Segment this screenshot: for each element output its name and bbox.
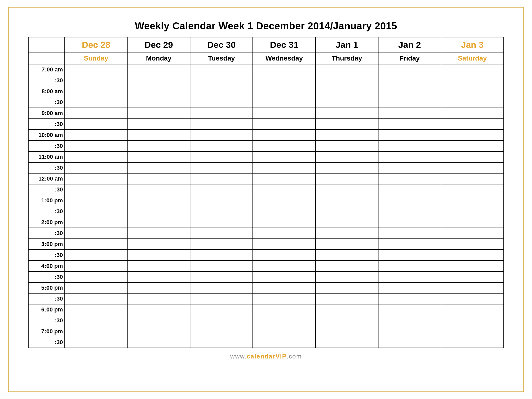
calendar-cell[interactable] <box>190 304 253 315</box>
calendar-cell[interactable] <box>253 151 315 162</box>
calendar-cell[interactable] <box>190 195 253 206</box>
calendar-cell[interactable] <box>253 293 315 304</box>
calendar-cell[interactable] <box>378 282 441 293</box>
calendar-cell[interactable] <box>316 282 378 293</box>
calendar-cell[interactable] <box>65 326 127 337</box>
calendar-cell[interactable] <box>441 141 504 151</box>
calendar-cell[interactable] <box>190 108 253 119</box>
calendar-cell[interactable] <box>441 293 504 304</box>
calendar-cell[interactable] <box>65 86 127 97</box>
calendar-cell[interactable] <box>253 130 315 141</box>
calendar-cell[interactable] <box>253 108 315 119</box>
calendar-cell[interactable] <box>65 293 127 304</box>
calendar-cell[interactable] <box>253 119 315 130</box>
calendar-cell[interactable] <box>127 130 190 141</box>
calendar-cell[interactable] <box>190 206 253 217</box>
calendar-cell[interactable] <box>253 337 315 348</box>
calendar-cell[interactable] <box>378 151 441 162</box>
calendar-cell[interactable] <box>316 97 378 108</box>
calendar-cell[interactable] <box>378 108 441 119</box>
calendar-cell[interactable] <box>127 141 190 151</box>
calendar-cell[interactable] <box>441 337 504 348</box>
calendar-cell[interactable] <box>190 271 253 282</box>
calendar-cell[interactable] <box>127 326 190 337</box>
calendar-cell[interactable] <box>316 228 378 239</box>
calendar-cell[interactable] <box>127 271 190 282</box>
calendar-cell[interactable] <box>190 162 253 173</box>
calendar-cell[interactable] <box>65 64 127 75</box>
calendar-cell[interactable] <box>316 184 378 195</box>
calendar-cell[interactable] <box>253 206 315 217</box>
calendar-cell[interactable] <box>441 86 504 97</box>
calendar-cell[interactable] <box>253 97 315 108</box>
calendar-cell[interactable] <box>378 326 441 337</box>
calendar-cell[interactable] <box>378 119 441 130</box>
calendar-cell[interactable] <box>378 184 441 195</box>
calendar-cell[interactable] <box>127 195 190 206</box>
calendar-cell[interactable] <box>65 217 127 228</box>
calendar-cell[interactable] <box>378 261 441 271</box>
calendar-cell[interactable] <box>65 282 127 293</box>
calendar-cell[interactable] <box>441 184 504 195</box>
calendar-cell[interactable] <box>441 151 504 162</box>
calendar-cell[interactable] <box>378 162 441 173</box>
calendar-cell[interactable] <box>316 130 378 141</box>
calendar-cell[interactable] <box>441 97 504 108</box>
calendar-cell[interactable] <box>190 282 253 293</box>
calendar-cell[interactable] <box>316 304 378 315</box>
calendar-cell[interactable] <box>316 261 378 271</box>
calendar-cell[interactable] <box>378 86 441 97</box>
calendar-cell[interactable] <box>441 271 504 282</box>
calendar-cell[interactable] <box>316 162 378 173</box>
calendar-cell[interactable] <box>65 130 127 141</box>
calendar-cell[interactable] <box>441 250 504 261</box>
calendar-cell[interactable] <box>441 239 504 250</box>
calendar-cell[interactable] <box>378 206 441 217</box>
calendar-cell[interactable] <box>65 304 127 315</box>
calendar-cell[interactable] <box>65 75 127 86</box>
calendar-cell[interactable] <box>316 326 378 337</box>
calendar-cell[interactable] <box>378 228 441 239</box>
calendar-cell[interactable] <box>378 141 441 151</box>
calendar-cell[interactable] <box>253 250 315 261</box>
calendar-cell[interactable] <box>441 228 504 239</box>
calendar-cell[interactable] <box>378 293 441 304</box>
calendar-cell[interactable] <box>127 282 190 293</box>
calendar-cell[interactable] <box>253 217 315 228</box>
calendar-cell[interactable] <box>65 337 127 348</box>
calendar-cell[interactable] <box>190 151 253 162</box>
calendar-cell[interactable] <box>378 271 441 282</box>
calendar-cell[interactable] <box>65 271 127 282</box>
calendar-cell[interactable] <box>65 250 127 261</box>
calendar-cell[interactable] <box>65 151 127 162</box>
calendar-cell[interactable] <box>253 195 315 206</box>
calendar-cell[interactable] <box>316 206 378 217</box>
calendar-cell[interactable] <box>65 228 127 239</box>
calendar-cell[interactable] <box>378 315 441 326</box>
calendar-cell[interactable] <box>316 151 378 162</box>
calendar-cell[interactable] <box>190 217 253 228</box>
calendar-cell[interactable] <box>127 217 190 228</box>
calendar-cell[interactable] <box>190 97 253 108</box>
calendar-cell[interactable] <box>378 64 441 75</box>
calendar-cell[interactable] <box>190 141 253 151</box>
calendar-cell[interactable] <box>316 239 378 250</box>
calendar-cell[interactable] <box>441 119 504 130</box>
calendar-cell[interactable] <box>316 108 378 119</box>
calendar-cell[interactable] <box>65 195 127 206</box>
calendar-cell[interactable] <box>441 162 504 173</box>
calendar-cell[interactable] <box>190 64 253 75</box>
calendar-cell[interactable] <box>441 195 504 206</box>
calendar-cell[interactable] <box>127 108 190 119</box>
calendar-cell[interactable] <box>316 64 378 75</box>
calendar-cell[interactable] <box>316 141 378 151</box>
calendar-cell[interactable] <box>378 250 441 261</box>
calendar-cell[interactable] <box>190 173 253 184</box>
calendar-cell[interactable] <box>127 119 190 130</box>
calendar-cell[interactable] <box>127 97 190 108</box>
calendar-cell[interactable] <box>190 228 253 239</box>
calendar-cell[interactable] <box>253 184 315 195</box>
calendar-cell[interactable] <box>65 97 127 108</box>
calendar-cell[interactable] <box>190 293 253 304</box>
calendar-cell[interactable] <box>190 326 253 337</box>
